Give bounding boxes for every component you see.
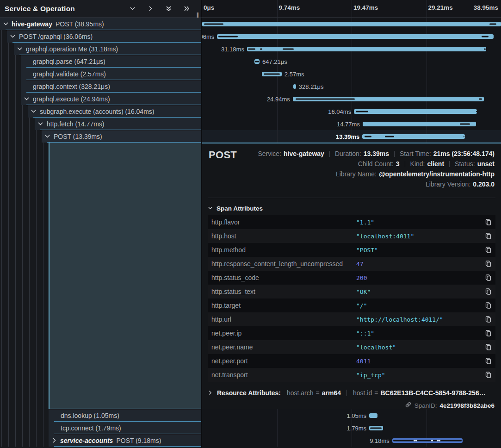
span-name-cell[interactable]: POST /graphql (36.06ms) xyxy=(0,30,202,43)
copy-icon[interactable] xyxy=(485,218,492,226)
span-timeline-cell[interactable]: 13.39ms xyxy=(202,130,501,143)
gridline xyxy=(277,130,278,143)
attribute-key: http.status_text xyxy=(211,288,255,295)
span-duration-bar[interactable] xyxy=(217,34,494,39)
collapse-all-icon[interactable] xyxy=(166,6,172,12)
span-name-cell[interactable]: graphql.parse (647.21μs) xyxy=(0,55,202,68)
span-timeline-cell[interactable]: 31.18ms xyxy=(202,43,501,55)
span-name-cell[interactable]: POST (13.39ms) xyxy=(0,130,202,143)
span-duration-bar[interactable] xyxy=(369,426,383,430)
span-timeline-cell[interactable]: 16.04ms xyxy=(202,105,501,118)
expand-all-icon[interactable] xyxy=(184,6,190,12)
span-duration-bar[interactable] xyxy=(254,59,260,64)
span-duration-bar[interactable] xyxy=(363,122,476,126)
span-duration-bar[interactable] xyxy=(293,97,484,101)
attribute-row: net.peer.name "localhost" xyxy=(208,340,495,354)
service-operation-title: Service & Operation xyxy=(5,5,75,13)
chevron-down-icon[interactable] xyxy=(30,108,37,114)
span-name-cell[interactable]: graphql.validate (2.57ms) xyxy=(0,68,202,80)
copy-icon[interactable] xyxy=(485,343,492,351)
attribute-row: net.transport "ip_tcp" xyxy=(208,368,495,382)
attribute-value: "1.1" xyxy=(356,219,374,226)
separator xyxy=(329,151,330,157)
gridline xyxy=(277,434,278,447)
resource-attributes-row[interactable]: Resource Attributes:host.arch=arm64host.… xyxy=(208,389,486,397)
gridline xyxy=(427,55,427,68)
attribute-key: net.peer.ip xyxy=(211,330,241,337)
span-name-cell[interactable]: dns.lookup (1.05ms) xyxy=(0,409,202,422)
span-name-cell[interactable]: subgraph.execute (accounts) (16.04ms) xyxy=(0,105,202,118)
chevron-down-icon[interactable] xyxy=(44,133,50,139)
span-name-cell[interactable]: http.fetch (14.77ms) xyxy=(0,118,202,130)
span-timeline-cell[interactable]: 2.57ms xyxy=(202,68,501,80)
span-timeline-cell[interactable]: 36.06ms xyxy=(202,30,501,43)
span-timeline-cell[interactable]: 647.21μs xyxy=(202,55,501,68)
span-name-cell[interactable]: hive-gatewayPOST (38.95ms) xyxy=(0,18,202,30)
overview-field-label: Service: xyxy=(258,150,281,157)
attribute-key: http.flavor xyxy=(211,218,240,226)
copy-icon[interactable] xyxy=(485,232,492,240)
attribute-row: http.target "/" xyxy=(208,299,495,312)
span-title: POST xyxy=(209,149,237,161)
trace-row: POST (13.39ms) 13.39ms xyxy=(0,130,501,143)
chevron-down-icon[interactable] xyxy=(37,121,43,127)
span-duration-bar[interactable] xyxy=(202,22,501,26)
span-timeline-cell[interactable]: 24.94ms xyxy=(202,93,501,105)
child-span-marker xyxy=(464,136,464,137)
trace-row: graphql.context (328.21μs) 328.21μs xyxy=(0,80,501,93)
pane-resize-handle[interactable]: ∥ xyxy=(196,12,199,18)
span-timeline-cell[interactable]: 9.18ms xyxy=(202,434,501,447)
span-timeline-cell[interactable]: 14.77ms xyxy=(202,118,501,130)
attribute-value: "ip_tcp" xyxy=(356,372,385,379)
overview-line: Child Count:3Kind:clientStatus:unset xyxy=(258,159,495,169)
copy-icon[interactable] xyxy=(485,274,492,281)
span-timeline-cell[interactable]: 38.95ms xyxy=(202,18,501,30)
chevron-right-icon[interactable] xyxy=(51,437,57,443)
span-timeline-cell[interactable]: 1.05ms xyxy=(202,409,501,422)
overview-field-value: hive-gateway xyxy=(284,150,324,157)
span-duration-bar[interactable] xyxy=(354,109,477,114)
expand-one-level-icon[interactable] xyxy=(148,6,154,12)
chevron-down-icon[interactable] xyxy=(2,21,9,27)
expanded-span-region[interactable] xyxy=(49,143,201,409)
span-name-cell[interactable]: graphql.operation Me (31.18ms) xyxy=(0,43,202,55)
service-operation-header: Service & Operation ∥ xyxy=(0,0,202,18)
attribute-value: "OK" xyxy=(356,288,371,295)
attribute-value: "localhost:4011" xyxy=(356,233,414,240)
link-icon[interactable] xyxy=(405,401,412,409)
ruler-tick-label: 38.95ms xyxy=(474,4,498,11)
span-name-cell[interactable]: service-accountsPOST (9.18ms) xyxy=(0,434,202,447)
copy-icon[interactable] xyxy=(485,288,492,295)
span-duration-bar[interactable] xyxy=(247,47,486,51)
overview-field-value: 21ms (23:56:48.174) xyxy=(433,150,495,157)
span-name-cell[interactable]: graphql.execute (24.94ms) xyxy=(0,93,202,105)
child-span-marker xyxy=(385,136,394,137)
copy-icon[interactable] xyxy=(485,316,492,323)
span-duration-bar[interactable] xyxy=(392,438,463,443)
collapse-one-level-icon[interactable] xyxy=(130,6,136,12)
copy-icon[interactable] xyxy=(485,246,492,254)
copy-icon[interactable] xyxy=(485,357,492,365)
span-name-cell[interactable]: tcp.connect (1.79ms) xyxy=(0,422,202,434)
overview-field-value: 3 xyxy=(396,160,400,168)
span-name-cell[interactable]: graphql.context (328.21μs) xyxy=(0,80,202,93)
copy-icon[interactable] xyxy=(485,260,492,268)
span-timeline-cell[interactable]: 1.79ms xyxy=(202,422,501,434)
chevron-down-icon[interactable] xyxy=(16,46,23,52)
copy-icon[interactable] xyxy=(485,371,492,379)
span-attributes-section-header[interactable]: Span Attributes xyxy=(208,204,263,212)
chevron-down-icon[interactable] xyxy=(9,33,16,39)
copy-icon[interactable] xyxy=(485,302,492,309)
span-duration-bar[interactable] xyxy=(293,84,296,89)
indent-rail xyxy=(0,409,49,422)
copy-icon[interactable] xyxy=(485,330,492,337)
attribute-row: http.status_text "OK" xyxy=(208,285,495,299)
resource-value: BC62E13B-C4CC-5854-9788-256… xyxy=(380,389,485,397)
span-duration-bar[interactable] xyxy=(362,134,465,139)
chevron-down-icon[interactable] xyxy=(23,96,30,102)
span-duration-bar[interactable] xyxy=(262,72,282,76)
attribute-key: http.url xyxy=(211,316,231,323)
span-duration-bar[interactable] xyxy=(369,413,377,418)
span-id-value: 4e21998f3b82abe6 xyxy=(439,402,495,409)
span-timeline-cell[interactable]: 328.21μs xyxy=(202,80,501,93)
